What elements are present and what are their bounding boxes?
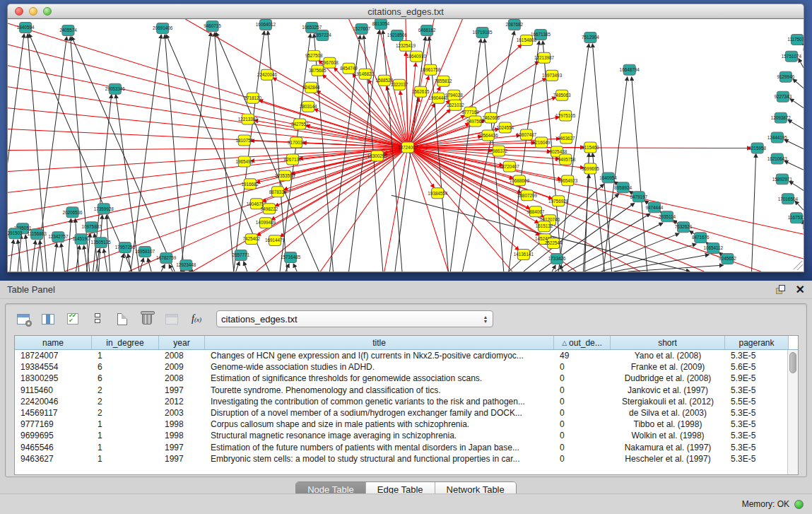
rows-icon[interactable] bbox=[88, 310, 107, 328]
graph-node[interactable]: 8267130 bbox=[284, 154, 302, 165]
graph-node[interactable]: 10807487 bbox=[517, 129, 537, 140]
column-header-year[interactable]: year bbox=[159, 336, 205, 349]
column-header-out_de[interactable]: △out_de... bbox=[554, 336, 611, 349]
graph-node[interactable]: 11175074 bbox=[787, 34, 804, 45]
graph-node[interactable]: 16210643 bbox=[767, 153, 788, 164]
graph-node[interactable]: 19384554 bbox=[428, 188, 448, 199]
graph-node[interactable]: 9460715 bbox=[204, 21, 221, 31]
graph-node[interactable]: 1145190 bbox=[72, 234, 90, 245]
column-header-title[interactable]: title bbox=[205, 336, 554, 349]
table-selector-dropdown[interactable]: citations_edges.txt ▲▼ bbox=[216, 310, 493, 327]
graph-node[interactable]: 6479197 bbox=[630, 192, 647, 202]
table-row[interactable]: 946554611997Estimation of the future num… bbox=[15, 442, 798, 453]
graph-node[interactable]: 19218506 bbox=[387, 30, 408, 40]
graph-node[interactable]: 7855812 bbox=[435, 76, 452, 86]
graph-node[interactable]: 8813054 bbox=[372, 19, 390, 29]
graph-node[interactable]: 9245652 bbox=[719, 254, 736, 264]
graph-node[interactable]: 16914479 bbox=[265, 235, 286, 246]
function-icon[interactable]: f(x) bbox=[187, 310, 206, 328]
graph-node[interactable]: 1167533 bbox=[788, 213, 804, 223]
graph-node[interactable]: 16958107 bbox=[135, 247, 155, 257]
graph-node[interactable]: 9474444 bbox=[646, 202, 664, 213]
vertical-scrollbar[interactable] bbox=[787, 350, 798, 474]
graph-node[interactable]: 8215958 bbox=[748, 143, 766, 153]
graph-node[interactable]: 9699695 bbox=[582, 163, 599, 174]
graph-node[interactable]: 10654112 bbox=[703, 243, 723, 254]
table-row[interactable]: 1872400712008Changes of HCN gene express… bbox=[15, 350, 798, 361]
graph-node[interactable]: 8427552 bbox=[291, 119, 309, 129]
table-settings-icon[interactable] bbox=[14, 310, 33, 328]
graph-node[interactable]: 12444195 bbox=[767, 132, 788, 143]
graph-node[interactable]: 9129946 bbox=[777, 71, 795, 82]
graph-node[interactable]: 20206536 bbox=[62, 207, 83, 218]
graph-node[interactable]: 7512904 bbox=[582, 32, 599, 42]
trash-icon[interactable] bbox=[138, 310, 156, 328]
table-row[interactable]: 969969511998Structural magnetic resonanc… bbox=[15, 430, 798, 441]
column-header-in_degree[interactable]: in_degree bbox=[92, 336, 159, 349]
graph-node[interactable]: 391503 bbox=[8, 228, 23, 239]
column-header-short[interactable]: short bbox=[611, 336, 725, 349]
graph-node[interactable]: 1733426 bbox=[548, 254, 566, 264]
window-titlebar[interactable]: citations_edges.txt bbox=[7, 4, 804, 19]
graph-node[interactable]: 10719185 bbox=[473, 27, 493, 37]
table-row[interactable]: 977716911998Corpus callosum shape and si… bbox=[15, 419, 798, 430]
graph-node[interactable]: 15716485 bbox=[281, 252, 301, 263]
graph-node[interactable]: 2935114 bbox=[659, 211, 676, 222]
delete-table-icon[interactable] bbox=[163, 310, 181, 328]
new-file-icon[interactable] bbox=[113, 310, 131, 328]
table-row[interactable]: 1830029562008Estimation of significance … bbox=[15, 373, 798, 384]
graph-node[interactable]: 7462666 bbox=[482, 112, 500, 123]
graph-node[interactable]: 7485063 bbox=[553, 90, 571, 100]
graph-node[interactable]: 17957253 bbox=[115, 243, 136, 253]
citation-graph[interactable]: 1840594240557420691406946071516064012106… bbox=[8, 19, 804, 271]
graph-node[interactable]: 2967608 bbox=[321, 57, 339, 68]
graph-node[interactable]: 1562615 bbox=[412, 86, 430, 97]
column-select-icon[interactable] bbox=[39, 310, 57, 328]
graph-node[interactable]: 2803144 bbox=[300, 101, 317, 112]
graph-node[interactable]: 1840594 bbox=[17, 22, 35, 33]
graph-node[interactable]: 7857224 bbox=[314, 30, 331, 40]
graph-node[interactable]: 16648794 bbox=[620, 64, 640, 75]
network-canvas[interactable]: 1840594240557420691406946071516064012106… bbox=[7, 19, 804, 272]
table-row[interactable]: 1456911722003Disruption of a novel membe… bbox=[15, 407, 798, 419]
graph-node[interactable]: 17016504 bbox=[778, 194, 799, 204]
graph-node[interactable]: 16961758 bbox=[420, 64, 441, 75]
graph-node[interactable]: 9884067 bbox=[527, 206, 545, 217]
graph-node[interactable]: 2087682 bbox=[506, 19, 524, 30]
float-window-icon[interactable] bbox=[776, 285, 786, 295]
graph-node[interactable]: 10975887 bbox=[82, 222, 102, 233]
graph-node[interactable]: 9146821 bbox=[356, 69, 374, 79]
graph-node[interactable]: 9463627 bbox=[558, 133, 575, 144]
column-header-pagerank[interactable]: pagerank bbox=[725, 336, 789, 349]
graph-node[interactable]: 16782759 bbox=[156, 253, 177, 264]
graph-node[interactable]: 12975105 bbox=[555, 110, 576, 121]
column-header-name[interactable]: name bbox=[15, 336, 92, 349]
graph-node[interactable]: 1527607 bbox=[353, 23, 370, 34]
graph-node[interactable]: 16064012 bbox=[256, 19, 276, 30]
graph-node[interactable]: 2405574 bbox=[59, 25, 77, 35]
graph-node[interactable]: 6216049 bbox=[533, 137, 551, 148]
graph-node[interactable]: 9227343 bbox=[775, 91, 792, 102]
graph-node[interactable]: 12353593 bbox=[275, 170, 295, 181]
graph-node[interactable]: 2718120 bbox=[245, 93, 262, 103]
graph-node[interactable]: 1621032 bbox=[447, 100, 464, 110]
graph-node[interactable]: 8471676 bbox=[692, 233, 710, 243]
graph-node[interactable]: 29053346 bbox=[105, 83, 126, 94]
graph-node[interactable]: 15751074 bbox=[782, 51, 802, 62]
scrollbar-thumb[interactable] bbox=[789, 352, 796, 373]
graph-node[interactable]: 15892971 bbox=[772, 174, 793, 185]
row-checks-icon[interactable] bbox=[64, 310, 82, 328]
graph-node[interactable]: 9115460 bbox=[582, 142, 599, 153]
graph-node[interactable]: 20564436 bbox=[478, 130, 499, 141]
table-row[interactable]: 1938455462009Genome-wide association stu… bbox=[15, 361, 798, 373]
table-row[interactable]: 911546021997Tourette syndrome. Phenomeno… bbox=[15, 385, 798, 396]
graph-node[interactable]: 20691406 bbox=[153, 23, 173, 33]
graph-node[interactable]: 2657771 bbox=[232, 250, 249, 261]
graph-node[interactable]: 9527508 bbox=[305, 50, 323, 61]
close-icon[interactable]: ✕ bbox=[796, 285, 805, 295]
table-row[interactable]: 946362711997Embryonic stem cells: a mode… bbox=[15, 453, 798, 465]
graph-node[interactable]: 12093872 bbox=[771, 112, 792, 123]
graph-node[interactable]: 19756928 bbox=[548, 196, 569, 206]
table-row[interactable]: 2242004622012Investigating the contribut… bbox=[15, 396, 798, 407]
resize-grip-icon[interactable] bbox=[794, 261, 803, 270]
